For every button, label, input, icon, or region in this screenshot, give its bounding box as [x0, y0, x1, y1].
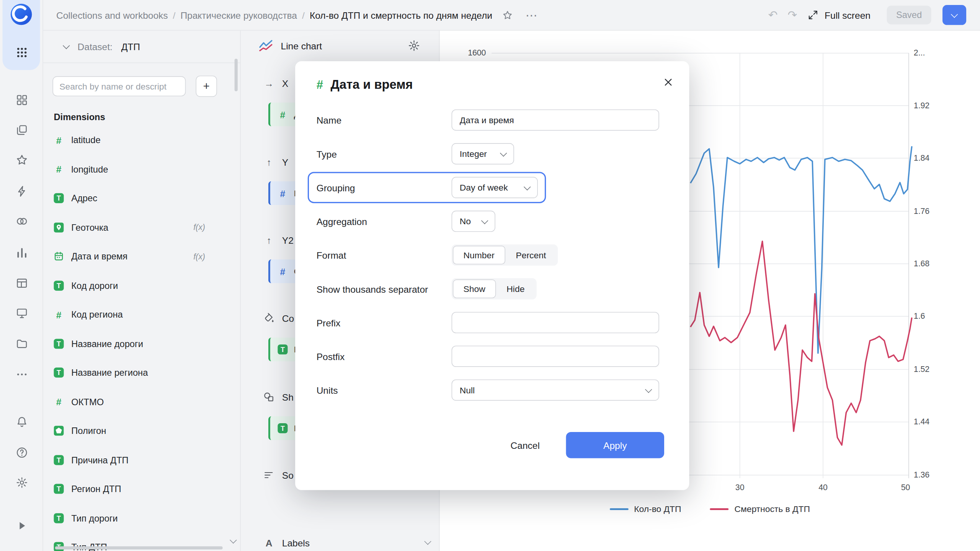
field-item[interactable]: Дата и времяf(x) — [42, 242, 240, 271]
field-name: Полигон — [71, 426, 106, 436]
more-actions-icon[interactable]: ⋯ — [525, 8, 538, 22]
units-select[interactable]: Null — [452, 380, 659, 401]
chevron-down-icon — [951, 11, 958, 18]
chart-type-label[interactable]: Line chart — [281, 40, 322, 51]
field-item[interactable]: #ОКТМО — [42, 387, 240, 416]
field-item[interactable]: TНазвание дороги — [42, 329, 240, 358]
monitor-icon[interactable] — [13, 305, 31, 322]
field-item[interactable]: TТип дороги — [42, 504, 240, 533]
star-icon[interactable] — [13, 151, 31, 169]
field-name: Дата и время — [71, 251, 127, 261]
legend-line-icon — [609, 508, 628, 510]
arrow-up-icon: ↑ — [263, 235, 274, 245]
layers-icon[interactable] — [13, 121, 31, 139]
type-label: Type — [317, 148, 452, 159]
section-sh: Sh — [263, 391, 294, 403]
fullscreen-icon[interactable] — [807, 10, 818, 21]
type-select[interactable]: Integer — [452, 143, 514, 165]
field-item[interactable]: TКод дороги — [42, 271, 240, 300]
apply-button[interactable]: Apply — [566, 432, 664, 458]
datalens-logo-icon[interactable] — [10, 3, 33, 26]
prefix-input[interactable] — [452, 312, 659, 333]
separator-hide-option[interactable]: Hide — [496, 279, 536, 298]
close-icon[interactable] — [662, 76, 674, 88]
play-icon[interactable] — [13, 517, 31, 535]
gear-icon[interactable] — [13, 474, 31, 491]
field-item[interactable]: Геоточкаf(x) — [42, 213, 240, 242]
name-label: Name — [317, 115, 452, 126]
format-percent-option[interactable]: Percent — [505, 246, 557, 264]
legend-item[interactable]: Смертность в ДТП — [710, 504, 810, 514]
add-field-button[interactable]: + — [196, 76, 217, 97]
field-name: Адрес — [71, 193, 97, 203]
breadcrumb-collections[interactable]: Collections and workbooks — [56, 10, 168, 20]
aggregation-select[interactable]: No — [452, 211, 495, 232]
redo-icon[interactable]: ↷ — [788, 10, 797, 21]
saved-button[interactable]: Saved — [887, 6, 931, 24]
label-icon: A — [263, 537, 274, 548]
folder-icon[interactable] — [13, 335, 31, 353]
table-grid-icon[interactable] — [13, 274, 31, 292]
ellipsis-icon[interactable] — [13, 366, 31, 383]
right-axis-tick: 1.6 — [914, 311, 925, 321]
field-item[interactable]: Полигон — [42, 416, 240, 445]
bell-icon[interactable] — [13, 413, 31, 431]
field-item[interactable]: TАдрес — [42, 184, 240, 213]
field-name: ОКТМО — [71, 397, 104, 407]
field-name: Код региона — [71, 310, 123, 320]
format-number-option[interactable]: Number — [453, 246, 505, 264]
name-input[interactable] — [452, 109, 659, 131]
text-field-icon: T — [54, 368, 64, 378]
format-row: Format Number Percent — [317, 238, 664, 272]
grouping-select[interactable]: Day of week — [452, 177, 538, 198]
fullscreen-label[interactable]: Full screen — [825, 10, 871, 20]
hash-icon: # — [54, 309, 64, 320]
venn-icon[interactable] — [13, 212, 31, 230]
section-y2: ↑Y2 — [263, 234, 294, 246]
question-icon[interactable] — [13, 444, 31, 461]
text-field-icon: T — [54, 280, 64, 290]
separator-toggle: Show Hide — [452, 278, 537, 300]
right-axis-tick: 1.92 — [914, 101, 929, 110]
postfix-label: Postfix — [317, 351, 452, 362]
top-bar: Collections and workbooks / Практические… — [42, 0, 980, 31]
apps-grid-icon[interactable] — [13, 44, 31, 61]
lightning-icon[interactable] — [13, 183, 31, 200]
chart-type-header: Line chart — [241, 30, 439, 61]
scroll-down-icon[interactable] — [231, 534, 236, 545]
chevron-down-icon — [63, 42, 70, 49]
separator-show-option[interactable]: Show — [453, 279, 496, 298]
undo-icon[interactable]: ↶ — [768, 10, 778, 21]
field-item[interactable]: TНазвание региона — [42, 358, 240, 387]
line-chart-icon[interactable] — [258, 38, 273, 53]
right-axis-tick: 1.76 — [914, 206, 929, 216]
chart-settings-gear-icon[interactable] — [408, 39, 420, 52]
aggregation-row: Aggregation No — [317, 204, 664, 238]
field-item[interactable]: TПричина ДТП — [42, 445, 240, 474]
field-item[interactable]: #latitude — [42, 126, 240, 155]
squares-icon[interactable] — [13, 91, 31, 109]
field-item[interactable]: #Код региона — [42, 300, 240, 329]
breadcrumb-current: Кол-во ДТП и смертность по дням недели — [310, 10, 492, 20]
favorite-star-icon[interactable] — [502, 10, 513, 20]
dataset-selector[interactable]: Dataset: ДТП — [42, 30, 240, 63]
vertical-scrollbar[interactable] — [235, 59, 238, 91]
search-input[interactable] — [52, 76, 186, 96]
arrow-right-icon: → — [263, 78, 274, 88]
bar-chart-icon[interactable] — [13, 244, 31, 261]
section-so: So — [263, 469, 294, 481]
save-dropdown-button[interactable] — [942, 5, 966, 25]
dimensions-list: #latitude#longitudeTАдресГеоточкаf(x)Дат… — [42, 126, 240, 551]
section-label: Labels — [282, 537, 310, 548]
dataset-label: Dataset: — [78, 41, 113, 52]
cancel-button[interactable]: Cancel — [508, 434, 542, 456]
postfix-input[interactable] — [452, 346, 659, 367]
field-item[interactable]: #longitude — [42, 155, 240, 184]
field-item[interactable]: TРегион ДТП — [42, 474, 240, 504]
hash-icon: # — [54, 164, 64, 174]
breadcrumb-workbook[interactable]: Практические руководства — [181, 10, 297, 20]
horizontal-scrollbar[interactable] — [55, 546, 223, 549]
chevron-down-icon — [645, 386, 652, 393]
legend-item[interactable]: Кол-во ДТП — [609, 504, 681, 514]
scroll-down-icon[interactable] — [425, 535, 430, 546]
